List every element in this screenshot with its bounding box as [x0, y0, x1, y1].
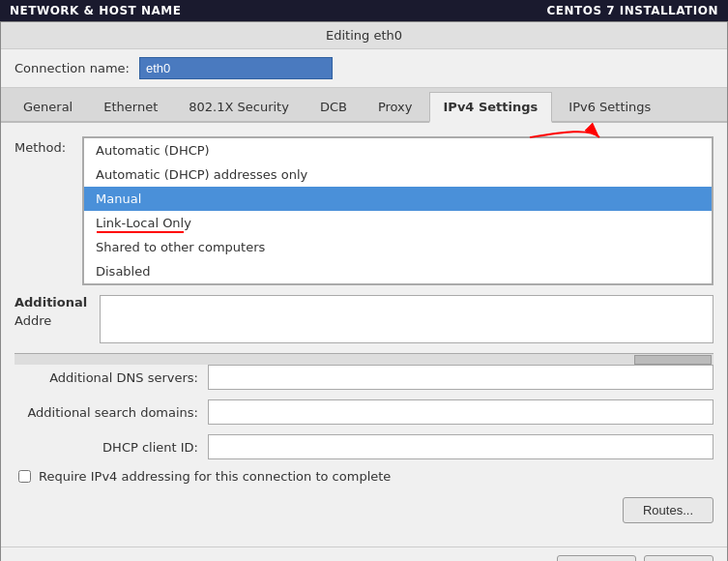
cancel-button[interactable]: Cancel: [557, 555, 636, 561]
search-label: Additional search domains:: [15, 405, 208, 420]
top-bar-right: CENTOS 7 INSTALLATION: [546, 4, 718, 17]
save-button[interactable]: Save: [644, 555, 713, 561]
require-ipv4-label: Require IPv4 addressing for this connect…: [39, 469, 391, 484]
tab-proxy[interactable]: Proxy: [364, 92, 427, 121]
tab-ipv4[interactable]: IPv4 Settings: [429, 92, 553, 123]
tab-8021x[interactable]: 802.1X Security: [174, 92, 304, 121]
top-bar-left: NETWORK & HOST NAME: [10, 4, 181, 17]
method-option-dhcp-addr[interactable]: Automatic (DHCP) addresses only: [84, 162, 712, 187]
connection-name-label: Connection name:: [15, 61, 130, 75]
dhcp-input[interactable]: [208, 434, 713, 459]
tab-general[interactable]: General: [9, 92, 87, 121]
connection-name-input[interactable]: [139, 57, 333, 79]
method-option-disabled[interactable]: Disabled: [84, 259, 712, 283]
method-option-link-local[interactable]: Link-Local Only: [84, 211, 712, 235]
method-option-dhcp[interactable]: Automatic (DHCP): [84, 138, 712, 162]
scrollbar-thumb[interactable]: [634, 355, 712, 365]
search-input[interactable]: [208, 399, 713, 425]
address-sub-label: Addre: [15, 313, 92, 328]
tab-ipv6[interactable]: IPv6 Settings: [554, 92, 665, 121]
dhcp-label: DHCP client ID:: [15, 440, 208, 455]
tab-dcb[interactable]: DCB: [306, 92, 362, 121]
method-label: Method:: [15, 136, 82, 155]
method-dropdown[interactable]: Automatic (DHCP) Automatic (DHCP) addres…: [82, 136, 713, 285]
method-option-shared[interactable]: Shared to other computers: [84, 235, 712, 259]
dialog-title: Editing eth0: [1, 22, 727, 49]
dns-input[interactable]: [208, 365, 713, 390]
tab-ethernet[interactable]: Ethernet: [89, 92, 172, 121]
method-option-manual[interactable]: Manual: [84, 187, 712, 211]
routes-button[interactable]: Routes...: [623, 497, 713, 523]
additional-label: Additional: [15, 295, 92, 310]
tab-bar: General Ethernet 802.1X Security DCB Pro…: [1, 88, 727, 123]
require-ipv4-checkbox[interactable]: [18, 470, 31, 483]
scrollbar[interactable]: [15, 353, 713, 365]
dns-label: Additional DNS servers:: [15, 370, 208, 385]
address-box: [100, 295, 713, 343]
method-dropdown-list: Automatic (DHCP) Automatic (DHCP) addres…: [83, 137, 713, 284]
